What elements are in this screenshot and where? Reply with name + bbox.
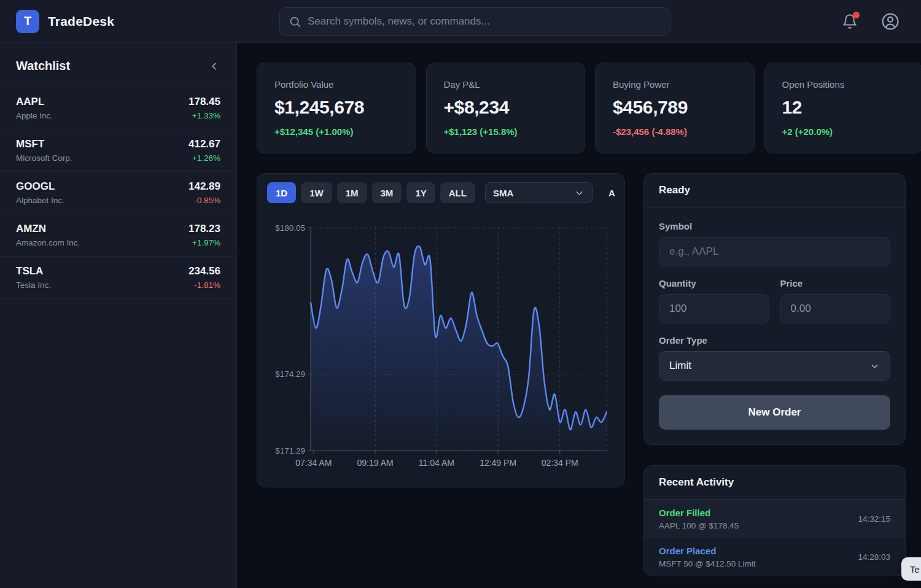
timeframe-button-1w[interactable]: 1W [301,182,332,203]
toast-notification[interactable]: Te [901,557,921,581]
chart-toolbar: 1D 1W 1M 3M 1Y ALL SMA Annotate [267,182,615,203]
ticker-symbol: AAPL [16,96,53,108]
top-bar: T TradeDesk [0,0,921,43]
activity-detail: MSFT 50 @ $412.50 Limit [659,559,756,568]
timeframe-button-all[interactable]: ALL [440,182,475,203]
chevron-left-icon [208,60,220,72]
ticker-change: +1.97% [188,238,220,247]
app-title: TradeDesk [48,14,114,29]
ticker-change: -1.81% [188,280,220,290]
svg-text:07:34 AM: 07:34 AM [295,458,332,468]
ticker-price: 412.67 [188,138,220,150]
activity-title: Order Placed [659,546,756,556]
price-chart[interactable]: $180.05$174.29$171.2907:34 AM09:19 AM11:… [267,207,615,479]
quantity-label: Quantity [659,278,769,288]
stat-label: Open Positions [782,79,906,90]
stat-card: Portfolio Value $1,245,678 +$12,345 (+1.… [257,63,416,153]
svg-text:09:19 AM: 09:19 AM [357,458,394,468]
watchlist-row-msft[interactable]: MSFT Microsoft Corp. 412.67 +1.26% [0,130,236,172]
activity-item[interactable]: Order Placed MSFT 50 @ $412.50 Limit 14:… [644,538,905,576]
stat-card: Buying Power $456,789 -$23,456 (-4.88%) [595,63,755,153]
stat-value: 12 [782,97,906,118]
stat-card: Open Positions 12 +2 (+20.0%) [764,63,921,153]
activity-list: Order Filled AAPL 100 @ $178.45 14:32:15… [644,500,905,576]
ticker-symbol: TSLA [16,265,51,277]
notifications-button[interactable] [839,10,861,33]
ticker-symbol: AMZN [16,223,80,235]
stat-label: Portfolio Value [274,79,398,90]
company-name: Apple Inc. [16,111,53,120]
notification-badge [853,12,860,18]
timeframe-button-3m[interactable]: 3M [372,182,402,203]
ticker-price: 234.56 [188,265,220,277]
collapse-sidebar-button[interactable] [208,60,220,72]
activity-title: Order Filled [659,508,739,518]
ticker-symbol: GOOGL [16,180,64,193]
ticker-symbol: MSFT [16,138,72,150]
stat-change: +$12,345 (+1.00%) [274,126,398,137]
timeframe-button-1y[interactable]: 1Y [406,182,435,203]
stat-value: $1,245,678 [274,97,398,118]
stat-change: -$23,456 (-4.88%) [613,126,737,137]
timeframe-button-1d[interactable]: 1D [267,182,296,203]
brand: T TradeDesk [0,10,114,33]
global-search[interactable] [279,7,670,36]
activity-detail: AAPL 100 @ $178.45 [659,521,739,530]
new-order-button[interactable]: New Order [659,395,890,430]
order-type-value: Limit [669,360,691,372]
price-label: Price [780,278,891,288]
order-type-select[interactable]: Limit [659,351,890,381]
indicator-selected-value: SMA [493,188,513,198]
stat-label: Buying Power [613,79,737,90]
chevron-down-icon [574,188,585,198]
watchlist-sidebar: Watchlist AAPL Apple Inc. 178.45 +1.33% … [0,43,237,588]
stat-label: Day P&L [444,79,568,90]
ticker-change: +1.33% [188,111,220,120]
ticker-change: +1.26% [188,153,220,163]
order-ticket-panel: Ready Symbol Quantity Price [643,173,906,445]
indicator-select[interactable]: SMA [485,182,593,203]
symbol-input[interactable] [659,237,890,266]
company-name: Amazon.com Inc. [16,238,80,247]
user-avatar-icon [880,12,900,31]
stat-value: +$8,234 [444,97,568,118]
ticker-change: -0.85% [188,196,220,205]
order-type-label: Order Type [659,335,890,346]
search-input[interactable] [308,15,661,28]
app-logo: T [16,10,39,33]
quantity-input[interactable] [659,294,769,323]
watchlist-items: AAPL Apple Inc. 178.45 +1.33% MSFT Micro… [0,87,236,299]
stat-change: +2 (+20.0%) [782,126,906,137]
watchlist-row-aapl[interactable]: AAPL Apple Inc. 178.45 +1.33% [0,87,236,130]
stat-change: +$1,123 (+15.8%) [444,126,568,137]
price-input[interactable] [780,294,891,323]
company-name: Tesla Inc. [16,280,51,290]
ticker-price: 142.89 [188,180,220,193]
activity-item[interactable]: Order Filled AAPL 100 @ $178.45 14:32:15 [644,500,905,538]
account-button[interactable] [879,10,901,33]
recent-activity-title: Recent Activity [644,466,905,500]
recent-activity-panel: Recent Activity Order Filled AAPL 100 @ … [643,465,906,576]
chevron-down-icon [869,361,880,371]
watchlist-row-amzn[interactable]: AMZN Amazon.com Inc. 178.23 +1.97% [0,214,236,257]
stat-card: Day P&L +$8,234 +$1,123 (+15.8%) [426,63,586,153]
symbol-label: Symbol [659,221,890,231]
watchlist-row-googl[interactable]: GOOGL Alphabet Inc. 142.89 -0.85% [0,172,236,214]
stat-value: $456,789 [613,97,737,118]
svg-text:$180.05: $180.05 [275,223,305,233]
order-status: Ready [644,174,905,207]
svg-text:$174.29: $174.29 [275,369,305,379]
ticker-price: 178.45 [188,96,220,108]
price-chart-card: 1D 1W 1M 3M 1Y ALL SMA Annotate $180.05$… [257,173,625,487]
main-content: Portfolio Value $1,245,678 +$12,345 (+1.… [237,43,921,588]
svg-text:$171.29: $171.29 [275,446,305,455]
search-icon [289,15,301,28]
annotate-button[interactable]: Annotate [608,188,615,198]
watchlist-row-tsla[interactable]: TSLA Tesla Inc. 234.56 -1.81% [0,257,236,299]
timeframe-button-1m[interactable]: 1M [337,182,367,203]
watchlist-title: Watchlist [16,59,70,73]
company-name: Alphabet Inc. [16,196,64,205]
activity-time: 14:32:15 [858,514,890,524]
ticker-price: 178.23 [188,223,220,235]
activity-time: 14:28:03 [858,552,890,562]
